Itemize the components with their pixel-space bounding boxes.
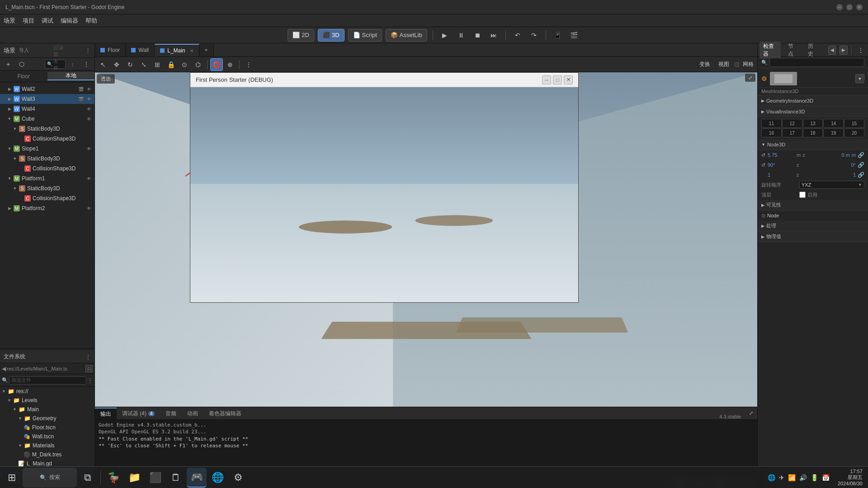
sort-button[interactable]: ↕ [66, 58, 79, 70]
layer-19[interactable]: 19 [823, 128, 844, 137]
tree-item-wall4[interactable]: ▶ W Wall4 👁 [0, 104, 94, 114]
mode-2d-button[interactable]: ⬜ 2D [288, 29, 314, 42]
tree-item-staticbody-2[interactable]: ▼ S StaticBody3D [0, 154, 94, 164]
inspector-forward-btn[interactable]: ▶ [840, 46, 847, 55]
mode-3d-button[interactable]: ⬛ 3D [318, 29, 344, 42]
play-button[interactable]: ▶ [439, 29, 451, 42]
redo-button[interactable]: ↷ [528, 29, 540, 42]
visible-section[interactable]: ▶ 可见性 [758, 200, 868, 211]
tree-item-collision-1[interactable]: ▶ C CollisionShape3D [0, 134, 94, 144]
console-tab-output[interactable]: 输出 [95, 408, 117, 419]
app-godot-2[interactable]: 🎮 [187, 468, 207, 488]
inspector-tab[interactable]: 检查器 [760, 42, 781, 59]
inspector-more-btn[interactable]: ⋮ [855, 44, 866, 56]
l-main-tab-close[interactable]: ✕ [190, 48, 193, 53]
undo-button[interactable]: ↶ [511, 29, 524, 42]
taskview-button[interactable]: ⧉ [78, 468, 98, 488]
node3d-section[interactable]: ▼ Node3D [758, 139, 868, 150]
script-button[interactable]: 📄 Script [348, 29, 382, 42]
sound-icon[interactable]: 🔊 [799, 474, 807, 481]
top-level-checkbox[interactable] [799, 192, 806, 198]
menu-project[interactable]: 项目 [23, 17, 34, 25]
deploy-button[interactable]: 📱 [552, 29, 564, 42]
debug-maximize-btn[interactable]: □ [553, 75, 562, 84]
app-files[interactable]: 📁 [124, 468, 144, 488]
cube-vis-icon[interactable]: 👁 [85, 115, 93, 122]
inspector-back-btn[interactable]: ◀ [828, 46, 836, 55]
tree-item-platform2[interactable]: ▶ M Platform2 👁 [0, 203, 94, 213]
menu-scene[interactable]: 场景 [4, 17, 15, 25]
snap-tool-button[interactable]: ⊞ [151, 58, 164, 71]
menu-editor[interactable]: 编辑器 [61, 17, 78, 25]
layer-16[interactable]: 16 [761, 128, 782, 137]
add-node-button[interactable]: + [2, 58, 14, 70]
app-notes[interactable]: 🗒 [166, 468, 186, 488]
fs-item-wall-tscn[interactable]: 🎭 Wall.tscn [0, 432, 94, 441]
tab-wall[interactable]: Wall [126, 44, 155, 56]
layer-12[interactable]: 12 [782, 119, 802, 128]
assetlib-button[interactable]: 📦 AssetLib [386, 29, 427, 42]
fs-filter-input[interactable]: 筛选文件 [9, 376, 86, 385]
link-rot-icon[interactable]: 🔗 [858, 162, 864, 168]
layer-18[interactable]: 18 [803, 128, 823, 137]
back-btn[interactable]: ◀ [2, 366, 6, 372]
platform2-vis-icon[interactable]: 👁 [85, 205, 93, 212]
tree-item-collision-3[interactable]: ▶ C CollisionShape3D [0, 193, 94, 203]
tree-item-wall2[interactable]: ▶ W Wall2 🎬 👁 [0, 84, 94, 94]
step-button[interactable]: ⏭ [487, 29, 500, 42]
file-action-btn[interactable]: □ [85, 365, 93, 372]
maximize-button[interactable]: □ [846, 4, 853, 10]
minimize-button[interactable]: ─ [836, 4, 843, 10]
wall4-vis-icon[interactable]: 👁 [85, 105, 93, 113]
tree-item-wall3[interactable]: ▶ W Wall3 🎬 👁 [0, 94, 94, 104]
geometry-section[interactable]: ▶ GeometryInstance3D [758, 95, 868, 106]
layer-15[interactable]: 15 [844, 119, 864, 128]
instance-button[interactable]: ⬡ [15, 58, 28, 70]
slope1-vis-icon[interactable]: 👁 [85, 145, 93, 152]
airplane-icon[interactable]: ✈ [779, 474, 784, 481]
tab-floor[interactable]: Floor [95, 44, 126, 56]
fs-item-m-dark[interactable]: ⚫ M_Dark.tres [0, 450, 94, 459]
global-space-button[interactable]: ⊕ [224, 58, 236, 71]
fs-item-floor-tscn[interactable]: 🎭 Floor.tscn [0, 423, 94, 432]
lock-tool-button[interactable]: 🔒 [165, 58, 177, 71]
start-button[interactable]: ⊞ [2, 468, 22, 488]
more-tools-button[interactable]: ⋮ [242, 58, 255, 71]
bone-tool-button[interactable]: ⌬ [192, 58, 204, 71]
viewport-expand-btn[interactable]: ⤢ [745, 74, 755, 81]
search-taskbar-button[interactable]: 🔍 搜索 [23, 468, 77, 488]
close-button[interactable]: ✕ [856, 4, 863, 10]
app-godot[interactable]: 🦆 [104, 468, 123, 488]
console-tab-audio[interactable]: 音频 [160, 408, 182, 419]
link-scale-icon[interactable]: 🔗 [858, 172, 864, 178]
perspective-button[interactable]: 透选 [97, 74, 115, 84]
tree-item-platform1[interactable]: ▼ M Platform1 👁 [0, 174, 94, 183]
calendar-icon[interactable]: 📅 [822, 474, 830, 481]
tree-item-slope1[interactable]: ▼ M Slope1 👁 [0, 144, 94, 154]
rotation-order-select[interactable]: YXZ ▼ [799, 181, 864, 189]
local-space-button[interactable]: ⭕ [210, 58, 223, 71]
rotate-tool-button[interactable]: ↻ [124, 58, 137, 71]
wifi-icon[interactable]: 📶 [788, 474, 796, 481]
node-tab[interactable]: 节点 [784, 42, 801, 59]
console-expand-btn[interactable]: ⤢ [745, 407, 757, 419]
layer-20[interactable]: 20 [844, 128, 864, 137]
battery-icon[interactable]: 🔋 [811, 474, 818, 481]
link-pos-icon[interactable]: 🔗 [858, 152, 864, 158]
debug-minimize-btn[interactable]: ─ [542, 75, 551, 84]
platform1-vis-icon[interactable]: 👁 [85, 175, 93, 182]
pause-button[interactable]: ⏸ [455, 29, 467, 42]
taskbar-clock[interactable]: 17:57 星期五 2024/08/30 [834, 469, 866, 486]
fs-create-icon[interactable]: ⋮ [87, 377, 93, 384]
more-options-button[interactable]: ⋮ [80, 58, 93, 70]
panel-menu-icon[interactable]: ⋮ [85, 47, 91, 54]
fs-item-materials[interactable]: ▼ 📁 Materials [0, 441, 94, 450]
layer-17[interactable]: 17 [782, 128, 802, 137]
filesystem-menu[interactable]: ⋮ [85, 354, 91, 360]
fs-item-geometry[interactable]: ▼ 📁 Geometry [0, 414, 94, 423]
visual-section[interactable]: ▶ VisualInstance3D [758, 106, 868, 117]
layer-14[interactable]: 14 [823, 119, 844, 128]
physics-section[interactable]: ▶ 物理值 [758, 231, 868, 242]
network-icon[interactable]: 🌐 [768, 474, 775, 481]
app-settings[interactable]: ⚙ [228, 468, 248, 488]
